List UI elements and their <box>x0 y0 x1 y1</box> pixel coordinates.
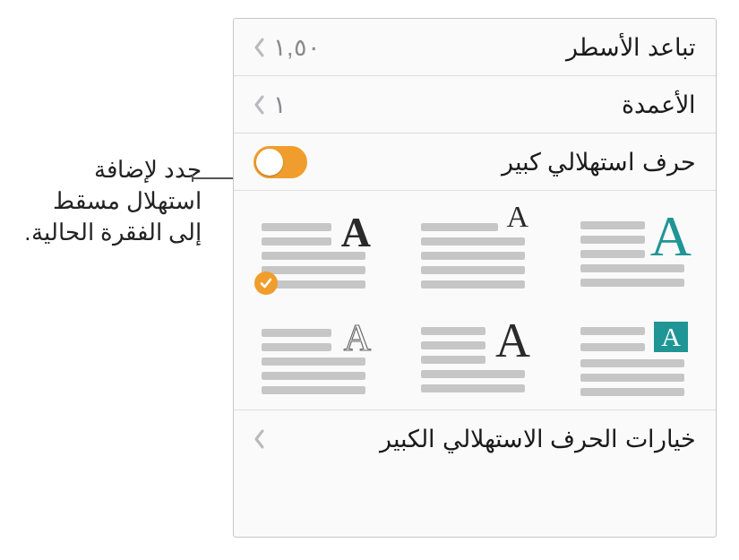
style-preview-icon: A <box>580 216 688 297</box>
drop-cap-style-4[interactable]: A <box>580 322 688 402</box>
drop-cap-row: حرف استهلالي كبير <box>234 134 716 191</box>
drop-cap-style-5[interactable]: A <box>421 322 528 402</box>
drop-cap-styles-grid: A A <box>253 216 696 402</box>
drop-cap-label: حرف استهلالي كبير <box>502 148 696 177</box>
callout-text: حدد لإضافة استهلال مسقط إلى الفقرة الحال… <box>13 154 202 248</box>
drop-cap-style-2[interactable]: A <box>421 216 528 297</box>
line-spacing-row[interactable]: تباعد الأسطر ١,٥٠ <box>234 19 716 76</box>
style-preview-icon: A <box>580 322 688 402</box>
columns-value: ١ <box>273 90 287 119</box>
columns-label: الأعمدة <box>622 90 696 119</box>
chevron-left-icon <box>253 95 266 115</box>
style-preview-icon: A <box>421 216 528 297</box>
check-icon <box>254 271 278 295</box>
line-spacing-label: تباعد الأسطر <box>566 33 696 62</box>
columns-value-wrap: ١ <box>253 90 287 119</box>
line-spacing-value-wrap: ١,٥٠ <box>253 33 321 62</box>
chevron-left-icon <box>253 429 266 449</box>
line-spacing-value: ١,٥٠ <box>273 33 321 62</box>
drop-cap-style-6[interactable]: A <box>262 322 369 402</box>
style-preview-icon: A <box>262 216 369 297</box>
drop-cap-style-1[interactable]: A <box>580 216 688 297</box>
drop-cap-options-row[interactable]: خيارات الحرف الاستهلالي الكبير <box>234 410 716 468</box>
drop-cap-options-label: خيارات الحرف الاستهلالي الكبير <box>380 425 696 453</box>
drop-cap-style-3[interactable]: A <box>262 216 369 297</box>
style-preview-icon: A <box>262 322 369 402</box>
drop-cap-toggle[interactable] <box>253 146 307 178</box>
format-panel: تباعد الأسطر ١,٥٠ الأعمدة ١ حرف استهلالي… <box>233 18 717 538</box>
columns-row[interactable]: الأعمدة ١ <box>234 76 716 134</box>
style-preview-icon: A <box>421 322 528 402</box>
chevron-left-icon <box>253 38 266 57</box>
drop-cap-styles-area: A A <box>234 191 716 410</box>
